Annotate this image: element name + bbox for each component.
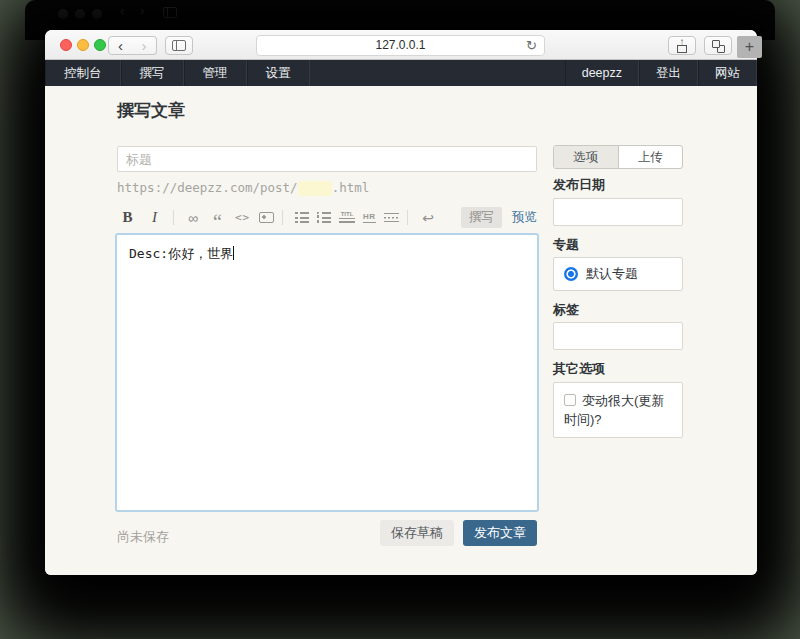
editor-textarea[interactable]: Desc:你好，世界 [115, 233, 539, 512]
tags-label: 标签 [553, 301, 579, 319]
nav-item-manage[interactable]: 管理 [184, 60, 247, 86]
other-options-box: 变动很大(更新时间)? [553, 382, 683, 438]
undo-icon[interactable]: ↩ [418, 207, 439, 228]
toolbar-divider [282, 210, 283, 225]
bg-forward-icon: › [140, 3, 144, 18]
permalink-prefix: https://deepzz.com/post/ [117, 180, 298, 195]
bold-button[interactable]: B [117, 207, 138, 228]
bg-sidebar-icon [163, 7, 177, 18]
tab-preview-mode[interactable]: 预览 [512, 209, 537, 226]
unordered-list-icon[interactable] [317, 212, 331, 223]
toolbar-divider [407, 210, 408, 225]
sidebar-icon [172, 40, 186, 51]
nav-item-settings[interactable]: 设置 [247, 60, 310, 86]
article-title-input[interactable] [117, 146, 537, 172]
other-options-label: 其它选项 [553, 360, 605, 378]
page-content: 撰写文章 https://deepzz.com/post/.html B I ∞… [45, 86, 757, 575]
bg-back-icon: ‹ [120, 3, 124, 18]
tab-upload[interactable]: 上传 [619, 146, 683, 168]
link-icon[interactable]: ∞ [182, 207, 203, 228]
navbar-right: deepzz 登出 网站 [565, 60, 757, 86]
navbar-left: 控制台 撰写 管理 设置 [45, 60, 310, 86]
horizontal-rule-icon[interactable]: HR [363, 212, 376, 223]
heading-icon[interactable]: TITL [339, 212, 355, 223]
blockquote-icon[interactable]: “ [207, 207, 228, 228]
tabs-overview-icon [712, 40, 725, 53]
address-bar[interactable]: 127.0.0.1 ↻ [256, 35, 545, 56]
share-icon: ↑ [676, 39, 688, 53]
bg-close-icon [58, 9, 68, 19]
summary-divider-icon[interactable] [384, 213, 399, 222]
code-icon[interactable]: <> [232, 207, 253, 228]
new-tab-button[interactable]: + [737, 36, 762, 58]
toolbar-divider [173, 210, 174, 225]
reload-icon[interactable]: ↻ [526, 36, 537, 55]
nav-item-logout[interactable]: 登出 [639, 60, 698, 86]
permalink-preview: https://deepzz.com/post/.html [117, 180, 369, 196]
editor-toolbar: B I ∞ “ <> TITL HR ↩ 撰写 预览 [117, 205, 537, 230]
radio-selected-icon[interactable] [564, 267, 578, 281]
minimize-window-button[interactable] [77, 39, 89, 51]
bg-minimize-icon [75, 9, 85, 19]
publish-date-input[interactable] [553, 198, 683, 226]
tab-options[interactable]: 选项 [554, 146, 619, 168]
permalink-slug-highlight [298, 181, 332, 196]
editor-content: Desc:你好，世界 [129, 246, 233, 261]
nav-item-write[interactable]: 撰写 [121, 60, 184, 86]
safari-window: ‹ › 127.0.0.1 ↻ ↑ 控制台 撰写 管理 设置 deepzz 登出… [45, 30, 757, 575]
sidebar-tabs: 选项 上传 [553, 145, 683, 169]
image-icon[interactable] [259, 212, 274, 223]
topic-option-label[interactable]: 默认专题 [586, 265, 638, 283]
sidebar-button[interactable] [165, 36, 193, 55]
nav-item-username[interactable]: deepzz [565, 60, 639, 86]
text-cursor [233, 246, 234, 260]
topic-box: 默认专题 [553, 257, 683, 291]
checkbox-unchecked-icon[interactable] [564, 394, 576, 406]
tab-write-mode[interactable]: 撰写 [461, 207, 502, 228]
publish-date-label: 发布日期 [553, 176, 605, 194]
other-option-label[interactable]: 变动很大(更新时间)? [564, 393, 664, 427]
show-tabs-button[interactable] [704, 36, 732, 55]
tags-input[interactable] [553, 322, 683, 350]
site-navbar: 控制台 撰写 管理 设置 deepzz 登出 网站 [45, 60, 757, 86]
forward-button[interactable]: › [132, 36, 157, 55]
url-text: 127.0.0.1 [375, 38, 425, 52]
permalink-suffix: .html [332, 180, 370, 195]
italic-button[interactable]: I [144, 207, 165, 228]
browser-toolbar: ‹ › 127.0.0.1 ↻ ↑ [45, 30, 757, 60]
topic-label: 专题 [553, 236, 579, 254]
back-button[interactable]: ‹ [108, 36, 133, 55]
zoom-window-button[interactable] [94, 39, 106, 51]
footer-actions: 保存草稿 发布文章 [117, 520, 537, 546]
share-button[interactable]: ↑ [668, 36, 696, 55]
page-title: 撰写文章 [117, 99, 185, 122]
nav-item-console[interactable]: 控制台 [45, 60, 121, 86]
save-draft-button[interactable]: 保存草稿 [380, 520, 454, 546]
bg-zoom-icon [92, 9, 102, 19]
ordered-list-icon[interactable] [295, 212, 309, 223]
nav-item-website[interactable]: 网站 [698, 60, 757, 86]
close-window-button[interactable] [60, 39, 72, 51]
publish-button[interactable]: 发布文章 [463, 520, 537, 546]
